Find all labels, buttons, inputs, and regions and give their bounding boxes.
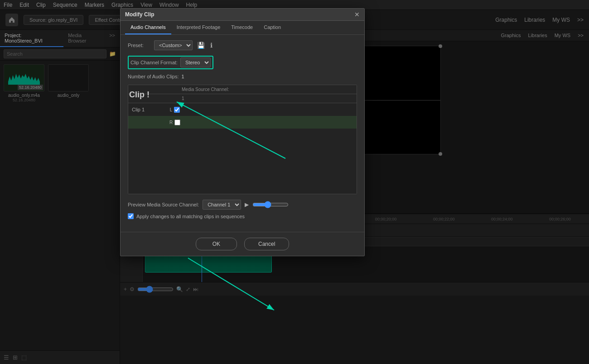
media-source-header: Media Source Channel: — [128, 85, 357, 94]
channel-r-checkbox-container: R — [168, 120, 182, 125]
channel-r-checkbox[interactable] — [174, 120, 180, 125]
clip-label-1: Clip 1 — [132, 107, 168, 112]
channel-l-checkbox-container: L — [168, 107, 182, 113]
modal-close-button[interactable]: ✕ — [354, 11, 360, 18]
channel-row-r: R — [128, 116, 357, 129]
preset-select[interactable]: <Custom> — [154, 40, 193, 50]
apply-changes-checkbox[interactable] — [128, 213, 134, 219]
clip-channel-format-select[interactable]: Stereo — [180, 57, 211, 67]
modal-footer: OK Cancel — [121, 232, 364, 256]
channel-row-l: Clip 1 L — [128, 103, 357, 116]
modal-tab-caption[interactable]: Caption — [258, 21, 286, 34]
num-clips-label: Number of Audio Clips: — [128, 74, 179, 79]
preset-label: Preset: — [128, 43, 150, 48]
apply-checkbox-row: Apply changes to all matching clips in s… — [128, 213, 357, 219]
media-source-num-header: 1 — [128, 94, 357, 103]
modal-tab-audio-channels[interactable]: Audio Channels — [125, 21, 171, 34]
volume-slider[interactable] — [252, 201, 289, 208]
preset-info-icon[interactable]: ℹ — [209, 41, 213, 50]
num-clips-row: Number of Audio Clips: 1 — [128, 74, 357, 79]
preset-row: Preset: <Custom> 💾 ℹ — [128, 40, 357, 50]
modal-title: Modify Clip — [125, 11, 154, 18]
ok-button[interactable]: OK — [196, 238, 237, 250]
modal-tabs: Audio Channels Interpreted Footage Timec… — [121, 21, 364, 35]
preview-channel-row: Preview Media Source Channel: Channel 1 … — [128, 200, 357, 210]
preview-channel-select[interactable]: Channel 1 — [203, 200, 241, 210]
modal-tab-timecode[interactable]: Timecode — [226, 21, 258, 34]
channel-format-row: Clip Channel Format: Stereo — [128, 56, 213, 69]
modal-tab-interpreted[interactable]: Interpreted Footage — [171, 21, 226, 34]
num-clips-value: 1 — [182, 74, 184, 79]
clip-channel-format-label: Clip Channel Format: — [130, 60, 178, 65]
preview-play-button[interactable]: ▶ — [245, 201, 249, 208]
media-source-col-header: Media Source Channel: — [182, 87, 229, 92]
channel-l-checkbox[interactable] — [174, 107, 180, 113]
modify-clip-modal: Modify Clip ✕ Audio Channels Interpreted… — [120, 8, 365, 256]
channels-body: Clip 1 L R — [128, 103, 357, 194]
modal-body: Preset: <Custom> 💾 ℹ Clip Channel Format… — [121, 35, 364, 232]
apply-changes-label: Apply changes to all matching clips in s… — [136, 214, 245, 219]
channel-l-label: L — [170, 107, 173, 112]
preset-save-icon[interactable]: 💾 — [196, 41, 206, 50]
media-col-num: 1 — [182, 96, 184, 101]
modal-overlay: Modify Clip ✕ Audio Channels Interpreted… — [0, 0, 589, 364]
channel-r-label: R — [169, 120, 173, 125]
preview-channel-label: Preview Media Source Channel: — [128, 202, 199, 207]
modal-titlebar: Modify Clip ✕ — [121, 9, 364, 21]
channels-table: Media Source Channel: 1 Clip 1 L — [128, 85, 357, 194]
cancel-button[interactable]: Cancel — [244, 238, 289, 250]
